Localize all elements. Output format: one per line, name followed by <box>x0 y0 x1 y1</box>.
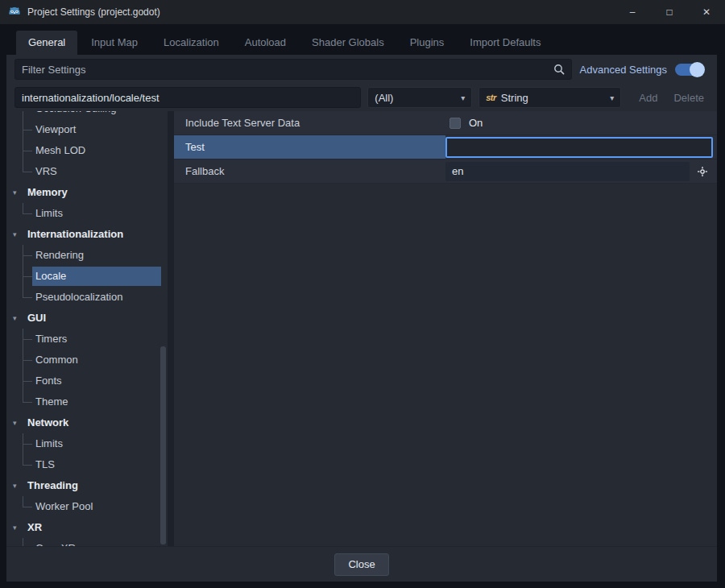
content-area: Occlusion CullingViewportMesh LODVRS▾Mem… <box>6 111 717 546</box>
locale-picker-button[interactable] <box>693 162 712 181</box>
tree-item-label: Internationalization <box>27 224 168 245</box>
tree-item-label: Memory <box>27 182 168 203</box>
tab-input-map[interactable]: Input Map <box>79 31 150 55</box>
tree-item-label: Occlusion Culling <box>35 111 168 119</box>
tree-item-occlusion-culling[interactable]: Occlusion Culling <box>6 111 168 119</box>
tree-item-openxr[interactable]: OpenXR <box>6 538 168 546</box>
inspector-empty-area <box>174 184 717 546</box>
tree-item-viewport[interactable]: Viewport <box>6 119 168 140</box>
tree-item-label: Theme <box>35 391 168 412</box>
settings-tree: Occlusion CullingViewportMesh LODVRS▾Mem… <box>6 111 168 546</box>
close-button[interactable]: Close <box>334 553 388 576</box>
property-row-include-text-server-data: Include Text Server Data On <box>174 111 717 135</box>
godot-logo-icon <box>8 6 21 19</box>
tree-item-label: Mesh LOD <box>35 140 168 161</box>
tab-localization[interactable]: Localization <box>151 31 231 55</box>
tree-item-gui[interactable]: ▾GUI <box>6 308 168 329</box>
tree-item-limits[interactable]: Limits <box>6 433 168 454</box>
chevron-down-icon: ▾ <box>13 517 17 538</box>
property-add-bar: (All) ▾ str String ▾ Add Delete <box>6 84 717 111</box>
tree-item-label: Common <box>35 350 168 371</box>
advanced-settings-toggle[interactable] <box>675 64 704 76</box>
filter-settings-field[interactable] <box>14 59 572 80</box>
chevron-down-icon: ▾ <box>13 412 17 433</box>
property-label[interactable]: Test <box>174 135 445 159</box>
add-property-button[interactable]: Add <box>634 92 662 104</box>
type-value: String <box>501 92 528 104</box>
settings-panel: Advanced Settings (All) ▾ str String ▾ A… <box>6 55 717 582</box>
tree-item-label: Limits <box>35 203 168 224</box>
tree-item-label: Timers <box>35 329 168 350</box>
window-title: Project Settings (project.godot) <box>27 6 160 18</box>
tab-general[interactable]: General <box>16 31 77 55</box>
property-path-input[interactable] <box>22 92 354 104</box>
tree-item-timers[interactable]: Timers <box>6 329 168 350</box>
tree-item-pseudolocalization[interactable]: Pseudolocalization <box>6 287 168 308</box>
tree-item-network[interactable]: ▾Network <box>6 412 168 433</box>
string-type-icon: str <box>486 93 496 102</box>
chevron-down-icon: ▾ <box>13 475 17 496</box>
tree-item-label: XR <box>27 517 168 538</box>
titlebar: Project Settings (project.godot) – □ ✕ <box>0 0 725 24</box>
test-value-input[interactable] <box>445 137 713 158</box>
tree-item-label: Pseudolocalization <box>35 287 168 308</box>
tree-item-fonts[interactable]: Fonts <box>6 371 168 391</box>
tabbar: GeneralInput MapLocalizationAutoloadShad… <box>6 31 717 55</box>
tree-item-label: Worker Pool <box>35 496 168 517</box>
type-dropdown[interactable]: str String ▾ <box>478 87 621 108</box>
tree-item-xr[interactable]: ▾XR <box>6 517 168 538</box>
tree-item-tls[interactable]: TLS <box>6 454 168 475</box>
tree-item-label: Locale <box>32 267 161 286</box>
feature-filter-value: (All) <box>375 92 393 104</box>
tree-item-internationalization[interactable]: ▾Internationalization <box>6 224 168 245</box>
include-text-server-data-checkbox[interactable] <box>450 118 461 129</box>
tree-item-label: Rendering <box>35 245 168 266</box>
property-row-test: Test <box>174 135 717 159</box>
tree-item-memory[interactable]: ▾Memory <box>6 182 168 203</box>
chevron-down-icon: ▾ <box>13 308 17 329</box>
feature-filter-dropdown[interactable]: (All) ▾ <box>367 87 472 108</box>
property-path-field[interactable] <box>14 87 361 108</box>
project-settings-dialog: GeneralInput MapLocalizationAutoloadShad… <box>6 31 717 582</box>
property-value: en <box>445 159 717 183</box>
tree-item-theme[interactable]: Theme <box>6 391 168 412</box>
close-window-button[interactable]: ✕ <box>688 0 725 24</box>
filter-settings-input[interactable] <box>22 64 553 76</box>
inspector-panel: Include Text Server Data On Test Fallbac… <box>174 111 717 546</box>
tree-item-worker-pool[interactable]: Worker Pool <box>6 496 168 517</box>
tab-import-defaults[interactable]: Import Defaults <box>458 31 553 55</box>
filter-row: Advanced Settings <box>6 55 717 84</box>
toggle-knob <box>690 62 705 77</box>
tree-item-label: Limits <box>35 433 168 454</box>
property-label: Fallback <box>174 159 445 183</box>
tree-item-threading[interactable]: ▾Threading <box>6 475 168 496</box>
tree-item-rendering[interactable]: Rendering <box>6 245 168 266</box>
property-row-fallback: Fallback en <box>174 159 717 184</box>
dialog-footer: Close <box>6 546 717 582</box>
tree-item-vrs[interactable]: VRS <box>6 161 168 182</box>
property-value <box>445 135 717 159</box>
delete-property-button[interactable]: Delete <box>669 92 709 104</box>
search-icon <box>553 64 565 75</box>
panel-divider <box>168 111 174 546</box>
tree-item-label: Fonts <box>35 371 168 391</box>
minimize-button[interactable]: – <box>614 0 651 24</box>
tree-item-label: Threading <box>27 475 168 496</box>
tree-scrollbar-thumb[interactable] <box>160 346 166 545</box>
tab-shader-globals[interactable]: Shader Globals <box>300 31 396 55</box>
advanced-settings-label: Advanced Settings <box>580 64 667 76</box>
tab-plugins[interactable]: Plugins <box>398 31 457 55</box>
chevron-down-icon: ▾ <box>13 224 17 245</box>
tree-item-label: Viewport <box>35 119 168 140</box>
tree-item-label: Network <box>27 412 168 433</box>
tree-item-locale[interactable]: Locale <box>6 266 168 287</box>
tree-item-common[interactable]: Common <box>6 350 168 371</box>
chevron-down-icon: ▾ <box>461 93 465 102</box>
fallback-value-input[interactable]: en <box>445 162 690 181</box>
checkbox-on-label: On <box>469 117 483 129</box>
tree-item-label: VRS <box>35 161 168 182</box>
tree-item-limits[interactable]: Limits <box>6 203 168 224</box>
tab-autoload[interactable]: Autoload <box>233 31 298 55</box>
tree-item-mesh-lod[interactable]: Mesh LOD <box>6 140 168 161</box>
maximize-button[interactable]: □ <box>651 0 688 24</box>
